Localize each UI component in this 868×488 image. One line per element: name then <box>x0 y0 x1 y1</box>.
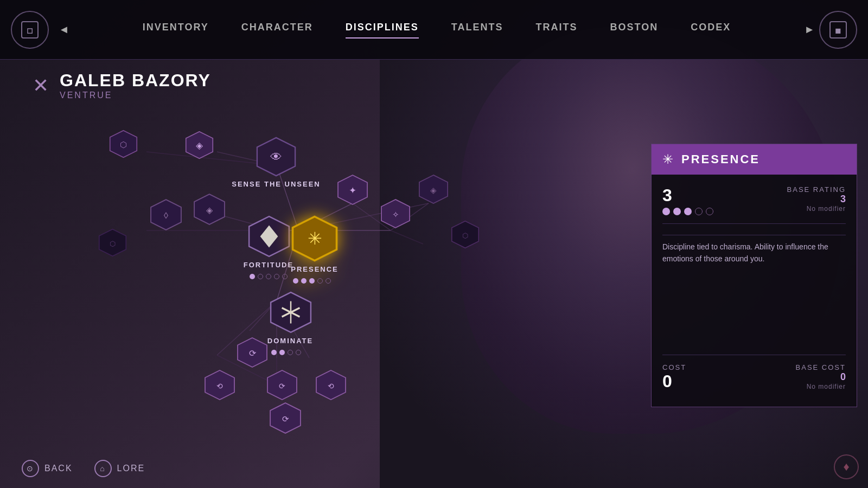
dot-4 <box>296 350 301 355</box>
node-lower-2[interactable]: ⟲ <box>203 369 236 401</box>
cost-section: COST 0 BASE COST 0 No modifier <box>662 363 846 391</box>
svg-text:⬡: ⬡ <box>462 232 468 240</box>
svg-text:◈: ◈ <box>196 140 203 150</box>
nav-item-disciplines[interactable]: DISCIPLINES <box>346 22 419 37</box>
dot-1 <box>271 350 277 355</box>
base-cost-value: 0 <box>796 371 846 383</box>
rating-row: 3 BASE RATING 3 No modifier <box>662 185 846 215</box>
node-small-ul1[interactable]: ◈ <box>184 130 214 160</box>
node-presence[interactable]: ✳ PRESENCE <box>290 214 339 263</box>
node-lower-1[interactable]: ⟳ <box>236 336 269 369</box>
svg-line-22 <box>391 230 423 244</box>
svg-text:⟳: ⟳ <box>279 382 285 390</box>
rating-modifier-label: No modifier <box>787 205 846 213</box>
back-button[interactable]: ⊙ BACK <box>22 460 73 477</box>
dot-4 <box>274 274 279 279</box>
nav-item-traits[interactable]: TRAITS <box>536 22 578 37</box>
node-bottom[interactable]: ⟳ <box>269 401 302 435</box>
dot-1 <box>250 274 255 279</box>
nav-arrow-left[interactable]: ◄ <box>54 23 74 36</box>
svg-text:✦: ✦ <box>349 185 356 196</box>
svg-text:◈: ◈ <box>206 205 213 215</box>
skill-tree: 👁 SENSE THE UNSEEN ◈ ⬡ ✦ <box>65 119 526 445</box>
character-info: ✕ GALEB BAZORY VENTRUE <box>33 70 211 100</box>
base-cost-label: BASE COST <box>796 363 846 371</box>
dominate-dots <box>271 350 301 355</box>
lore-button[interactable]: ⌂ LORE <box>94 460 145 477</box>
nav-item-talents[interactable]: TALENTS <box>451 22 503 37</box>
rating-dot-3 <box>684 208 692 215</box>
svg-text:⟳: ⟳ <box>282 415 289 423</box>
svg-text:👁: 👁 <box>270 150 282 164</box>
dot-2 <box>279 350 285 355</box>
svg-text:◼: ◼ <box>835 26 841 35</box>
dot-2 <box>258 274 263 279</box>
nav-arrow-right[interactable]: ► <box>800 23 819 36</box>
dominate-label: DOMINATE <box>266 337 315 345</box>
node-lower-3[interactable]: ⟳ <box>266 369 298 401</box>
node-dominate[interactable]: DOMINATE <box>269 290 313 335</box>
dot-5 <box>282 274 288 279</box>
node-left-mid-2[interactable]: ◈ <box>193 192 226 226</box>
divider-1 <box>662 223 846 224</box>
svg-text:⬡: ⬡ <box>120 140 127 149</box>
rating-dots <box>662 208 713 215</box>
nav-item-character[interactable]: CHARACTER <box>241 22 313 37</box>
svg-text:◊: ◊ <box>164 210 168 220</box>
presence-label: PRESENCE <box>285 265 344 273</box>
detail-body: 3 BASE RATING 3 No modifier Discipline t… <box>652 175 857 407</box>
dot-3 <box>288 350 293 355</box>
fortitude-dots <box>250 274 288 279</box>
svg-text:⟲: ⟲ <box>216 382 223 390</box>
back-icon: ⊙ <box>22 460 39 477</box>
presence-dots <box>293 278 331 284</box>
nav-item-boston[interactable]: BOSTON <box>610 22 659 37</box>
svg-text:⟳: ⟳ <box>249 349 257 358</box>
rating-dot-5 <box>706 208 713 215</box>
svg-text:✧: ✧ <box>392 210 399 219</box>
rating-dot-2 <box>673 208 681 215</box>
character-name: GALEB BAZORY <box>60 70 211 91</box>
node-small-ul2[interactable]: ⬡ <box>108 129 138 159</box>
rating-dot-1 <box>662 208 670 215</box>
node-far-right[interactable]: ⬡ <box>450 220 480 249</box>
watermark: ♦ <box>833 453 860 483</box>
detail-header: ✳ PRESENCE <box>652 144 857 175</box>
bottom-bar: ⊙ BACK ⌂ LORE <box>22 460 145 477</box>
node-fortitude[interactable]: FORTITUDE <box>247 214 291 259</box>
nav-item-codex[interactable]: CODEX <box>691 22 731 37</box>
lore-icon: ⌂ <box>94 460 112 477</box>
node-upper-right-1[interactable]: ✦ <box>336 174 369 206</box>
node-lower-4[interactable]: ⟲ <box>315 369 347 401</box>
dot-3 <box>266 274 271 279</box>
detail-empty-space <box>662 281 846 346</box>
lore-label: LORE <box>117 464 145 473</box>
cost-label: COST <box>662 363 686 371</box>
node-sense-the-unseen[interactable]: 👁 SENSE THE UNSEEN <box>255 136 297 178</box>
close-icon[interactable]: ✕ <box>33 76 49 95</box>
node-left-mid-1[interactable]: ◊ <box>149 198 183 232</box>
dot-5 <box>326 278 331 284</box>
dot-3 <box>309 278 315 284</box>
dot-1 <box>293 278 298 284</box>
top-navigation: ◻ ◄ INVENTORY CHARACTER DISCIPLINES TALE… <box>0 0 868 60</box>
nav-menu: INVENTORY CHARACTER DISCIPLINES TALENTS … <box>74 22 800 37</box>
node-upper-right-3[interactable]: ◈ <box>418 174 449 205</box>
svg-text:◻: ◻ <box>27 26 33 35</box>
cost-modifier-label: No modifier <box>796 383 846 390</box>
divider-2 <box>662 355 846 355</box>
base-rating-value: 3 <box>787 194 846 205</box>
cost-row: COST 0 BASE COST 0 No modifier <box>662 363 846 391</box>
rating-value: 3 <box>662 185 713 206</box>
detail-star-icon: ✳ <box>662 152 673 167</box>
node-far-left[interactable]: ⬡ <box>98 228 127 258</box>
base-rating-label: BASE RATING <box>787 185 846 194</box>
svg-text:✳: ✳ <box>308 229 322 248</box>
nav-item-inventory[interactable]: INVENTORY <box>143 22 209 37</box>
detail-title: PRESENCE <box>681 152 760 166</box>
detail-description: Discipline tied to charisma. Ability to … <box>662 235 846 271</box>
svg-text:◈: ◈ <box>430 185 437 195</box>
dot-2 <box>301 278 307 284</box>
back-label: BACK <box>44 464 73 473</box>
node-upper-right-2[interactable]: ✧ <box>380 198 411 229</box>
